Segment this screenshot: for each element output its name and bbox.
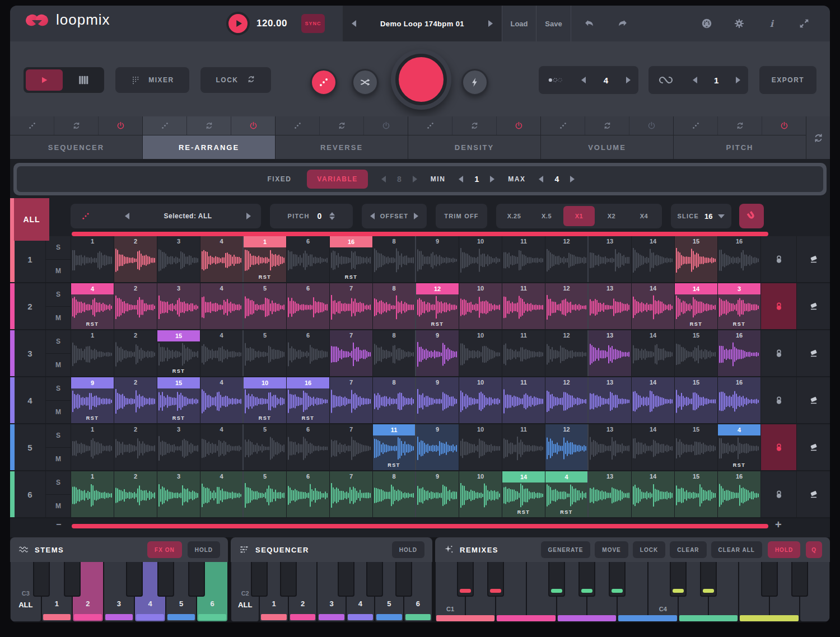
variable-mode-button[interactable]: VARIABLE: [307, 170, 367, 189]
slice-cell[interactable]: 16: [718, 330, 761, 376]
slice-cell[interactable]: 8: [373, 283, 416, 329]
play-button[interactable]: [226, 12, 250, 35]
variation-prev-icon[interactable]: [581, 77, 586, 83]
tab-refresh-icon[interactable]: [585, 116, 629, 135]
remix-clear-button[interactable]: CLEAR: [670, 541, 706, 558]
tab-refresh-icon[interactable]: [452, 116, 496, 135]
slice-cell[interactable]: 9: [416, 471, 459, 517]
tab-power-icon[interactable]: [98, 116, 142, 135]
remix-lock-button[interactable]: LOCK: [633, 541, 665, 558]
black-key[interactable]: [338, 562, 354, 597]
tabs-refresh-all-button[interactable]: [806, 116, 830, 159]
redo-button[interactable]: [610, 6, 635, 41]
slice-cell[interactable]: 7: [330, 424, 373, 470]
playhead-bar-bottom[interactable]: [72, 524, 768, 528]
min-value[interactable]: 1: [472, 175, 481, 184]
tab-sequencer[interactable]: SEQUENCER: [10, 116, 142, 159]
slice-cell[interactable]: 7: [330, 377, 373, 423]
loop-next-icon[interactable]: [736, 77, 740, 83]
track-lock-button[interactable]: [761, 377, 797, 423]
magnet-button[interactable]: [739, 204, 764, 228]
tab-power-icon[interactable]: [363, 116, 408, 135]
solo-button[interactable]: S: [46, 377, 71, 401]
settings-button[interactable]: [727, 6, 752, 41]
solo-button[interactable]: S: [46, 471, 71, 495]
track-erase-button[interactable]: [797, 424, 830, 470]
slice-cell[interactable]: 14: [632, 283, 675, 329]
pitch-up-icon[interactable]: [329, 212, 335, 216]
slice-cell[interactable]: 6: [287, 424, 330, 470]
tab-power-icon[interactable]: [629, 116, 673, 135]
global-lock-button[interactable]: LOCK: [200, 67, 271, 93]
slice-cell[interactable]: 15RST: [157, 377, 200, 423]
tab-dice-icon[interactable]: [408, 116, 452, 135]
slice-cell[interactable]: 13: [589, 471, 632, 517]
slice-cell[interactable]: 3: [157, 471, 200, 517]
slice-cell[interactable]: 4: [200, 330, 244, 376]
slice-cell[interactable]: 12: [545, 377, 589, 423]
solo-button[interactable]: S: [46, 424, 71, 448]
loop-value[interactable]: 1: [714, 76, 718, 85]
slice-cell[interactable]: 10RST: [244, 377, 287, 423]
remix-black-key[interactable]: [548, 562, 565, 597]
remix-black-key[interactable]: [670, 562, 687, 597]
load-button[interactable]: Load: [502, 6, 536, 41]
slice-selector[interactable]: SLICE 16: [671, 204, 731, 228]
slice-cell[interactable]: 8: [373, 377, 416, 423]
tab-label[interactable]: REVERSE: [276, 135, 408, 159]
slice-cell[interactable]: 6: [287, 283, 330, 329]
fixed-prev-icon[interactable]: [381, 176, 386, 182]
slice-cell[interactable]: 4RST: [71, 283, 114, 329]
remix-move-button[interactable]: MOVE: [595, 541, 628, 558]
main-generate-button[interactable]: [391, 49, 451, 110]
slice-cell[interactable]: 9: [416, 377, 459, 423]
tab-label[interactable]: PITCH: [674, 135, 806, 159]
slice-cell[interactable]: 4: [200, 471, 244, 517]
remix-clear-all-button[interactable]: CLEAR ALL: [711, 541, 762, 558]
slice-cell[interactable]: 11: [502, 236, 545, 282]
slice-cell[interactable]: 4: [200, 236, 244, 282]
save-button[interactable]: Save: [536, 6, 571, 41]
slice-cell[interactable]: 7: [330, 283, 373, 329]
export-button[interactable]: EXPORT: [759, 66, 816, 94]
undo-button[interactable]: [577, 6, 601, 41]
slice-cell[interactable]: 14: [632, 236, 675, 282]
slice-cell[interactable]: 16: [718, 236, 761, 282]
slice-cell[interactable]: 4: [200, 377, 244, 423]
slice-cell[interactable]: 14RST: [502, 471, 545, 517]
slice-cell[interactable]: 12: [545, 330, 589, 376]
slice-cell[interactable]: 14RST: [675, 283, 718, 329]
preset-next-icon[interactable]: [488, 20, 493, 27]
slice-cell[interactable]: 13: [589, 283, 632, 329]
track-lock-button[interactable]: [761, 330, 797, 376]
speed-x1[interactable]: X1: [563, 206, 595, 226]
slice-cell[interactable]: 15: [675, 236, 718, 282]
midi-button[interactable]: [694, 6, 719, 41]
slice-cell[interactable]: 13: [589, 236, 632, 282]
slice-cell[interactable]: 10: [459, 471, 502, 517]
tab-pitch[interactable]: PITCH: [674, 116, 806, 159]
remix-generate-button[interactable]: GENERATE: [541, 541, 591, 558]
slice-cell[interactable]: 10: [459, 377, 502, 423]
mute-button[interactable]: M: [46, 448, 71, 471]
max-prev-icon[interactable]: [539, 176, 543, 182]
slice-cell[interactable]: 6: [287, 471, 330, 517]
track-lock-button-locked[interactable]: [761, 283, 797, 329]
mute-button[interactable]: M: [46, 260, 71, 283]
toggle-play-mode[interactable]: [26, 69, 63, 91]
stems-hold-button[interactable]: HOLD: [188, 541, 220, 558]
remix-q-button[interactable]: Q: [806, 541, 822, 558]
info-button[interactable]: i: [759, 6, 784, 41]
resize-button[interactable]: [792, 6, 816, 41]
tab-power-icon[interactable]: [762, 116, 806, 135]
tab-label[interactable]: VOLUME: [541, 135, 673, 159]
tab-refresh-icon[interactable]: [54, 116, 98, 135]
remix-black-key[interactable]: [578, 562, 595, 597]
zoom-in-button[interactable]: +: [775, 518, 782, 531]
tab-refresh-icon[interactable]: [186, 116, 231, 135]
slice-cell[interactable]: 5: [244, 283, 287, 329]
slice-cell[interactable]: 1: [71, 330, 114, 376]
instant-button[interactable]: [461, 69, 488, 96]
remix-hold-button[interactable]: HOLD: [768, 541, 800, 558]
black-key[interactable]: [395, 562, 412, 597]
